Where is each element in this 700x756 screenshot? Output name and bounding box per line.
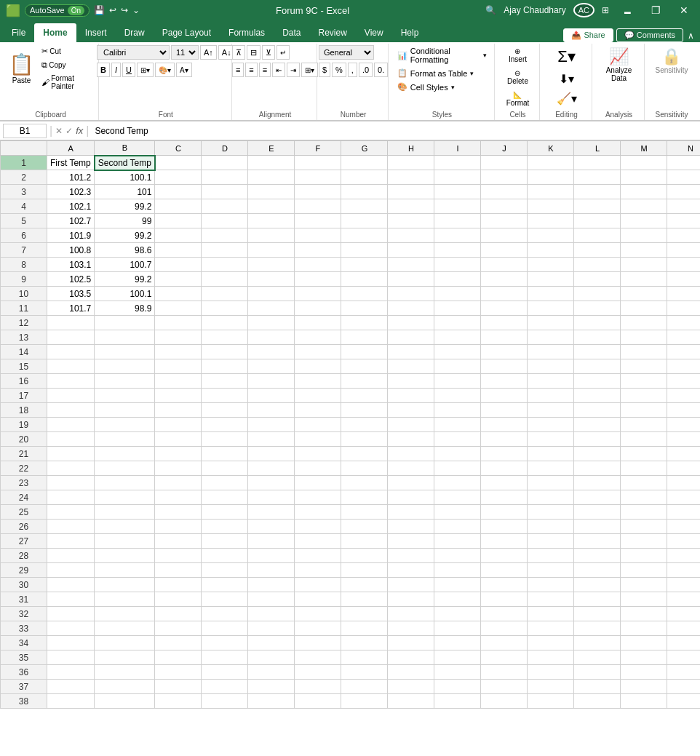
grid-cell[interactable] — [202, 199, 248, 214]
grid-cell[interactable] — [621, 680, 667, 694]
grid-cell[interactable] — [295, 374, 341, 389]
grid-cell[interactable] — [574, 403, 621, 418]
grid-cell[interactable] — [481, 243, 528, 258]
align-center-btn[interactable]: ≡ — [245, 63, 257, 77]
grid-cell[interactable] — [434, 490, 481, 505]
grid-cell[interactable] — [574, 418, 621, 432]
grid-cell[interactable] — [621, 592, 667, 607]
grid-cell[interactable] — [528, 156, 574, 170]
grid-cell[interactable] — [248, 578, 295, 592]
grid-cell[interactable] — [155, 680, 202, 694]
grid-cell[interactable]: 99.2 — [95, 272, 155, 287]
tab-draw[interactable]: Draw — [116, 23, 154, 42]
grid-cell[interactable] — [341, 680, 388, 694]
grid-cell[interactable] — [341, 490, 388, 505]
grid-cell[interactable] — [388, 272, 434, 287]
grid-cell[interactable] — [202, 447, 248, 461]
grid-cell[interactable] — [155, 403, 202, 418]
grid-cell[interactable] — [388, 578, 434, 592]
grid-cell[interactable] — [295, 258, 341, 272]
grid-cell[interactable] — [388, 490, 434, 505]
grid-cell[interactable] — [47, 650, 95, 665]
grid-cell[interactable] — [434, 621, 481, 636]
grid-cell[interactable] — [248, 665, 295, 680]
grid-cell[interactable] — [202, 505, 248, 520]
grid-cell[interactable] — [47, 359, 95, 374]
grid-cell[interactable] — [388, 156, 434, 170]
grid-cell[interactable] — [574, 505, 621, 520]
grid-cell[interactable] — [248, 549, 295, 563]
row-number-cell[interactable]: 21 — [1, 447, 47, 461]
grid-cell[interactable] — [341, 287, 388, 301]
grid-cell[interactable] — [47, 563, 95, 578]
grid-cell[interactable] — [202, 403, 248, 418]
grid-cell[interactable] — [388, 418, 434, 432]
row-number-cell[interactable]: 26 — [1, 520, 47, 534]
grid-cell[interactable] — [388, 170, 434, 185]
row-number-cell[interactable]: 24 — [1, 490, 47, 505]
grid-cell[interactable] — [621, 243, 667, 258]
font-color-button[interactable]: A▾ — [176, 63, 192, 77]
grid-cell[interactable]: 98.9 — [95, 301, 155, 316]
grid-cell[interactable] — [434, 345, 481, 359]
grid-cell[interactable] — [388, 520, 434, 534]
grid-cell[interactable] — [434, 185, 481, 199]
grid-cell[interactable] — [95, 389, 155, 403]
grid-cell[interactable] — [155, 243, 202, 258]
save-icon[interactable]: 💾 — [94, 5, 105, 15]
undo-icon[interactable]: ↩ — [109, 5, 116, 15]
grid-cell[interactable] — [341, 534, 388, 549]
grid-cell[interactable] — [388, 374, 434, 389]
grid-cell[interactable] — [574, 316, 621, 330]
grid-cell[interactable] — [248, 505, 295, 520]
grid-cell[interactable] — [667, 359, 700, 374]
row-number-cell[interactable]: 6 — [1, 228, 47, 243]
grid-cell[interactable] — [95, 592, 155, 607]
formula-input[interactable] — [92, 124, 697, 138]
row-number-cell[interactable]: 12 — [1, 316, 47, 330]
close-button[interactable]: ✕ — [674, 3, 694, 17]
grid-cell[interactable] — [248, 403, 295, 418]
grid-cell[interactable] — [248, 359, 295, 374]
grid-cell[interactable] — [481, 359, 528, 374]
grid-cell[interactable] — [341, 345, 388, 359]
grid-cell[interactable] — [202, 549, 248, 563]
grid-cell[interactable] — [574, 389, 621, 403]
grid-cell[interactable] — [667, 549, 700, 563]
grid-cell[interactable] — [155, 359, 202, 374]
grid-cell[interactable] — [388, 316, 434, 330]
cut-button[interactable]: ✂ Cut — [39, 45, 95, 57]
grid-cell[interactable] — [388, 228, 434, 243]
grid-cell[interactable] — [481, 476, 528, 490]
grid-cell[interactable] — [47, 534, 95, 549]
grid-cell[interactable] — [528, 534, 574, 549]
grid-cell[interactable] — [434, 214, 481, 228]
grid-cell[interactable] — [295, 534, 341, 549]
row-number-cell[interactable]: 25 — [1, 505, 47, 520]
grid-cell[interactable] — [341, 665, 388, 680]
tab-data[interactable]: Data — [274, 23, 309, 42]
grid-cell[interactable] — [481, 258, 528, 272]
grid-cell[interactable] — [341, 592, 388, 607]
grid-cell[interactable] — [434, 301, 481, 316]
grid-cell[interactable] — [434, 374, 481, 389]
grid-cell[interactable] — [295, 592, 341, 607]
grid-cell[interactable] — [388, 607, 434, 621]
row-number-cell[interactable]: 28 — [1, 549, 47, 563]
grid-cell[interactable] — [481, 592, 528, 607]
grid-cell[interactable] — [481, 228, 528, 243]
grid-cell[interactable] — [528, 650, 574, 665]
grid-cell[interactable] — [295, 549, 341, 563]
grid-cell[interactable]: 102.3 — [47, 185, 95, 199]
grid-cell[interactable] — [667, 185, 700, 199]
grid-cell[interactable] — [155, 287, 202, 301]
row-number-cell[interactable]: 19 — [1, 418, 47, 432]
grid-cell[interactable] — [295, 447, 341, 461]
grid-cell[interactable] — [481, 389, 528, 403]
grid-cell[interactable] — [202, 520, 248, 534]
grid-cell[interactable] — [341, 272, 388, 287]
grid-cell[interactable] — [155, 374, 202, 389]
grid-cell[interactable] — [155, 432, 202, 447]
grid-cell[interactable] — [528, 607, 574, 621]
grid-cell[interactable] — [155, 214, 202, 228]
